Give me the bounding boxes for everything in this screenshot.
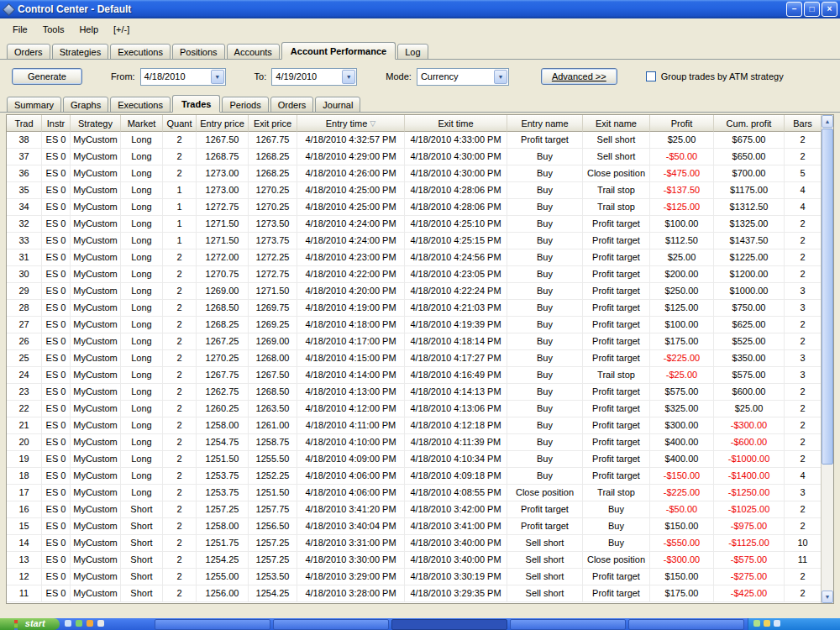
maximize-button[interactable]: □ <box>804 2 820 17</box>
to-date-combo[interactable]: 4/19/2010 ▼ <box>271 68 357 86</box>
system-tray[interactable] <box>748 618 840 630</box>
scroll-down-icon[interactable]: ▼ <box>822 591 833 603</box>
titlebar[interactable]: Control Center - Default – □ × <box>0 0 840 18</box>
quick-launch-icon[interactable] <box>87 620 93 627</box>
vertical-scrollbar[interactable]: ▲ ▼ <box>821 115 833 603</box>
table-row[interactable]: 16ES 0MyCustomShort21257.251257.754/18/2… <box>7 501 833 518</box>
cell-exit_name: Profit target <box>583 266 650 283</box>
tab-positions[interactable]: Positions <box>172 44 225 60</box>
tab-periods[interactable]: Periods <box>222 97 268 113</box>
tab-accounts[interactable]: Accounts <box>227 44 280 60</box>
table-row[interactable]: 37ES 0MyCustomLong21268.751268.254/18/20… <box>7 149 833 165</box>
table-row[interactable]: 25ES 0MyCustomLong21270.251268.004/18/20… <box>7 350 833 367</box>
tab-executions[interactable]: Executions <box>110 97 171 113</box>
column-header-quant[interactable]: Quant <box>163 115 197 132</box>
tab-orders[interactable]: Orders <box>7 44 50 60</box>
column-header-entry_price[interactable]: Entry price <box>197 115 249 132</box>
table-row[interactable]: 13ES 0MyCustomShort21254.251257.254/18/2… <box>7 552 833 569</box>
column-header-profit[interactable]: Profit <box>650 115 714 132</box>
cell-instr: ES 0 <box>42 485 71 501</box>
table-row[interactable]: 36ES 0MyCustomLong21273.001268.254/18/20… <box>7 165 833 182</box>
cell-trade: 35 <box>7 182 42 199</box>
table-row[interactable]: 17ES 0MyCustomLong21253.751251.504/18/20… <box>7 485 833 501</box>
tab-log[interactable]: Log <box>397 44 428 60</box>
tab-orders[interactable]: Orders <box>270 97 314 113</box>
menu-file[interactable]: File <box>5 21 35 38</box>
taskbar-button[interactable] <box>510 619 626 630</box>
column-header-exit_time[interactable]: Exit time <box>405 115 507 132</box>
tray-icon[interactable] <box>774 620 780 627</box>
close-button[interactable]: × <box>822 2 837 17</box>
taskbar-button[interactable] <box>391 619 507 630</box>
table-row[interactable]: 28ES 0MyCustomLong21268.501269.754/18/20… <box>7 300 833 317</box>
column-header-exit_price[interactable]: Exit price <box>249 115 297 132</box>
table-row[interactable]: 34ES 0MyCustomLong11272.751270.254/18/20… <box>7 199 833 216</box>
column-header-cum_profit[interactable]: Cum. profit <box>714 115 785 132</box>
table-row[interactable]: 27ES 0MyCustomLong21268.251269.254/18/20… <box>7 317 833 333</box>
cell-exit_price: 1267.50 <box>249 367 297 384</box>
column-header-market[interactable]: Market <box>121 115 163 132</box>
cell-exit_price: 1268.25 <box>249 149 297 165</box>
column-header-instr[interactable]: Instr <box>42 115 71 132</box>
minimize-button[interactable]: – <box>786 2 802 17</box>
table-row[interactable]: 35ES 0MyCustomLong11273.001270.254/18/20… <box>7 182 833 199</box>
table-row[interactable]: 26ES 0MyCustomLong21267.251269.004/18/20… <box>7 333 833 350</box>
scroll-up-icon[interactable]: ▲ <box>822 115 833 128</box>
column-header-entry_time[interactable]: Entry time▽ <box>297 115 405 132</box>
table-row[interactable]: 15ES 0MyCustomShort21258.001256.504/18/2… <box>7 518 833 535</box>
table-row[interactable]: 24ES 0MyCustomLong21267.751267.504/18/20… <box>7 367 833 384</box>
table-row[interactable]: 22ES 0MyCustomLong21260.251263.504/18/20… <box>7 401 833 417</box>
chevron-down-icon[interactable]: ▼ <box>342 70 355 84</box>
taskbar-button[interactable] <box>155 619 270 630</box>
table-row[interactable]: 23ES 0MyCustomLong21262.751268.504/18/20… <box>7 384 833 401</box>
tab-trades[interactable]: Trades <box>172 95 220 113</box>
tab-executions[interactable]: Executions <box>110 44 171 60</box>
generate-button[interactable]: Generate <box>12 68 82 85</box>
table-row[interactable]: 14ES 0MyCustomShort21251.751257.254/18/2… <box>7 535 833 552</box>
taskbar-button[interactable] <box>273 619 389 630</box>
taskbar-button[interactable] <box>628 619 744 630</box>
mode-combo[interactable]: Currency ▼ <box>417 68 509 86</box>
tray-icon[interactable] <box>764 620 770 627</box>
chevron-down-icon[interactable]: ▼ <box>211 70 224 84</box>
column-header-strategy[interactable]: Strategy <box>71 115 121 132</box>
menu-expand-collapse[interactable]: [+/-] <box>106 21 137 38</box>
menu-tools[interactable]: Tools <box>35 21 72 38</box>
table-row[interactable]: 20ES 0MyCustomLong21254.751258.754/18/20… <box>7 434 833 451</box>
chevron-down-icon[interactable]: ▼ <box>494 70 507 84</box>
menu-help[interactable]: Help <box>71 21 106 38</box>
column-header-exit_name[interactable]: Exit name <box>583 115 650 132</box>
start-button[interactable]: start <box>0 618 60 630</box>
tab-account-performance[interactable]: Account Performance <box>281 42 396 60</box>
table-row[interactable]: 32ES 0MyCustomLong11271.501273.504/18/20… <box>7 216 833 233</box>
table-row[interactable]: 30ES 0MyCustomLong21270.751272.754/18/20… <box>7 266 833 283</box>
tab-summary[interactable]: Summary <box>7 97 61 113</box>
table-row[interactable]: 18ES 0MyCustomLong21253.751252.254/18/20… <box>7 468 833 485</box>
scrollbar-thumb[interactable] <box>822 129 833 465</box>
quick-launch-icon[interactable] <box>65 620 71 627</box>
table-row[interactable]: 38ES 0MyCustomLong21267.501267.754/18/20… <box>7 132 833 149</box>
group-trades-checkbox[interactable] <box>646 71 656 81</box>
tab-strategies[interactable]: Strategies <box>52 44 109 60</box>
quick-launch-icon[interactable] <box>97 620 104 627</box>
cell-bars: 4 <box>785 182 822 199</box>
tab-journal[interactable]: Journal <box>315 97 360 113</box>
quick-launch-icon[interactable] <box>76 620 82 627</box>
column-header-bars[interactable]: Bars <box>785 115 822 132</box>
tab-graphs[interactable]: Graphs <box>63 97 108 113</box>
table-row[interactable]: 19ES 0MyCustomLong21251.501255.504/18/20… <box>7 451 833 468</box>
table-row[interactable]: 33ES 0MyCustomLong11271.501273.754/18/20… <box>7 233 833 249</box>
cell-exit_price: 1270.25 <box>249 199 297 216</box>
table-row[interactable]: 12ES 0MyCustomShort21255.001253.504/18/2… <box>7 569 833 585</box>
table-row[interactable]: 21ES 0MyCustomLong21258.001261.004/18/20… <box>7 417 833 434</box>
cell-instr: ES 0 <box>42 199 71 216</box>
table-row[interactable]: 29ES 0MyCustomLong21269.001271.504/18/20… <box>7 283 833 300</box>
column-header-entry_name[interactable]: Entry name <box>507 115 583 132</box>
table-row[interactable]: 11ES 0MyCustomShort21256.001254.254/18/2… <box>7 585 833 602</box>
table-row[interactable]: 31ES 0MyCustomLong21272.001272.254/18/20… <box>7 249 833 266</box>
cell-entry_time: 4/18/2010 4:06:00 PM <box>297 468 405 485</box>
advanced-button[interactable]: Advanced >> <box>541 68 617 85</box>
column-header-trade[interactable]: Trad <box>7 115 42 132</box>
tray-icon[interactable] <box>753 620 760 627</box>
from-date-combo[interactable]: 4/18/2010 ▼ <box>140 68 226 86</box>
